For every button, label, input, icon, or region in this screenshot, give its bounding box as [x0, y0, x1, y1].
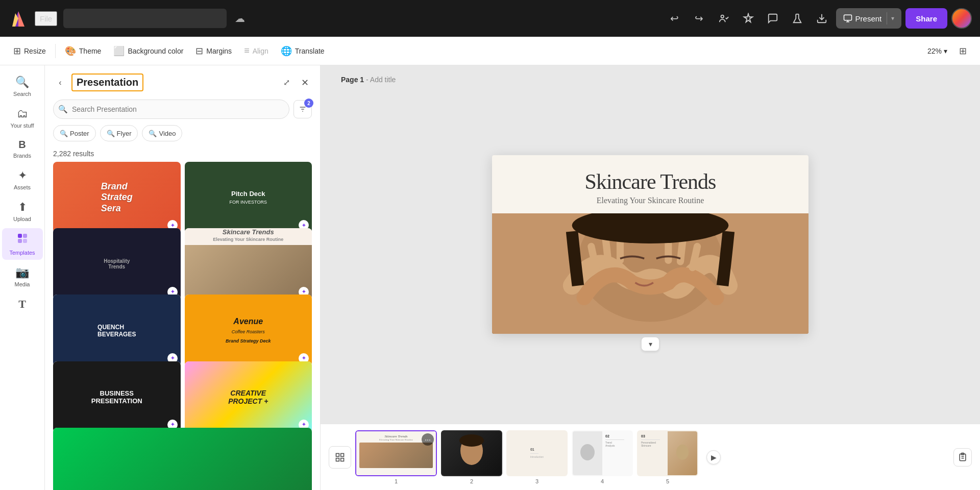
topbar: File ☁ ↩ ↪ Present ▾ Share [0, 0, 980, 37]
cloud-sync-icon[interactable]: ☁ [235, 12, 245, 24]
align-icon: ≡ [244, 45, 250, 56]
template-thumb-8: CREATIVEPROJECT + ✦ [185, 361, 312, 433]
search-bar: 🔍 2 [45, 95, 320, 123]
template-card-6[interactable]: AvenueCoffee RoastersBrand Strategy Deck… [185, 295, 312, 366]
theme-icon: 🎨 [65, 45, 76, 57]
search-icon: 🔍 [15, 76, 29, 89]
slide-title: Skincare Trends [508, 169, 792, 194]
svg-point-2 [721, 15, 724, 18]
align-button[interactable]: ≡ Align [239, 42, 274, 60]
sidebar-item-upload[interactable]: ⬆ Upload [2, 197, 43, 226]
filmstrip-grid-button[interactable] [329, 446, 351, 469]
undo-button[interactable]: ↩ [665, 8, 685, 29]
sidebar-item-text[interactable]: T [2, 293, 43, 317]
your-stuff-icon: 🗂 [17, 107, 28, 120]
quick-filter-flyer[interactable]: 🔍 Flyer [100, 125, 138, 141]
results-count: 2,282 results [45, 148, 320, 162]
topbar-actions: ↩ ↪ Present ▾ Share [665, 8, 972, 29]
background-color-button[interactable]: ⬜ Background color [108, 42, 188, 60]
download-button[interactable] [812, 8, 832, 29]
template-card-7[interactable]: BUSINESSPRESENTATION ✦ [53, 361, 181, 433]
lab-button[interactable] [787, 8, 807, 29]
panel-expand-button[interactable]: ⤢ [279, 76, 293, 90]
slide-container[interactable]: Skincare Trends Elevating Your Skincare … [492, 155, 808, 334]
user-avatar[interactable] [951, 8, 972, 29]
slide-1-more-button[interactable]: ··· [422, 433, 434, 446]
template-thumb-9: Pitch Deck [53, 428, 312, 490]
slide-subtitle: Elevating Your Skincare Routine [508, 196, 792, 205]
toolbar-divider-1 [55, 44, 56, 58]
template-thumb-3: HospitalityTrends ✦ [53, 228, 181, 300]
theme-button[interactable]: 🎨 Theme [60, 42, 107, 60]
comments-button[interactable] [763, 8, 783, 29]
template-card-8[interactable]: CREATIVEPROJECT + ✦ [185, 361, 312, 433]
share-button[interactable]: Share [905, 8, 947, 29]
translate-button[interactable]: 🌐 Translate [276, 42, 330, 60]
template-thumb-1: BrandStrategSera ✦ [53, 162, 181, 233]
template-card-5[interactable]: QUENCHBEVERAGES ✦ [53, 295, 181, 366]
svg-point-24 [580, 444, 595, 460]
media-icon: 📷 [15, 266, 29, 279]
filter-button[interactable]: 2 [293, 100, 312, 118]
present-button[interactable]: Present ▾ [836, 8, 902, 29]
quick-filters: 🔍 Poster 🔍 Flyer 🔍 Video [45, 123, 320, 148]
template-card-4[interactable]: Skincare Trends Elevating Your Skincare … [185, 228, 312, 300]
svg-rect-8 [18, 234, 22, 238]
sidebar-item-assets[interactable]: ✦ Assets [2, 165, 43, 194]
present-dropdown-arrow[interactable]: ▾ [887, 12, 894, 24]
magic-button[interactable] [738, 8, 758, 29]
poster-search-icon: 🔍 [60, 130, 68, 137]
filmstrip-slide-3[interactable]: 01 Introduction [506, 430, 568, 476]
panel-back-button[interactable]: ‹ [53, 76, 67, 90]
file-menu[interactable]: File [35, 11, 57, 26]
fit-screen-button[interactable]: ⊞ [953, 42, 972, 60]
resize-button[interactable]: ⊞ Resize [8, 42, 51, 60]
quick-filter-poster[interactable]: 🔍 Poster [53, 125, 96, 141]
search-input[interactable] [53, 100, 289, 119]
template-card-3[interactable]: HospitalityTrends ✦ [53, 228, 181, 300]
template-card-9[interactable]: Pitch Deck [53, 428, 312, 490]
slide-text-area: Skincare Trends Elevating Your Skincare … [492, 155, 808, 213]
redo-button[interactable]: ↪ [689, 8, 709, 29]
svg-rect-21 [341, 458, 344, 461]
margins-button[interactable]: ⊟ Margins [190, 42, 237, 60]
filmstrip-next-arrow[interactable]: ▶ [706, 450, 721, 464]
background-color-icon: ⬜ [113, 45, 125, 57]
canva-logo[interactable] [8, 8, 29, 29]
filmstrip-slide-1[interactable]: Skincare Trends Elevating Your Skincare … [355, 430, 437, 476]
sidebar-item-your-stuff[interactable]: 🗂 Your stuff [2, 103, 43, 133]
collapse-arrow: ▾ [637, 333, 664, 355]
sidebar-item-search[interactable]: 🔍 Search [2, 71, 43, 101]
template-card-2[interactable]: Pitch DeckFOR INVESTORS ✦ [185, 162, 312, 233]
template-card-1[interactable]: BrandStrategSera ✦ [53, 162, 181, 233]
page-label: Page 1 - Add title [341, 76, 396, 84]
templates-grid: BrandStrategSera ✦ Pitch DeckFOR INVESTO… [45, 162, 320, 490]
filmstrip-slide-2[interactable] [441, 430, 502, 476]
margins-icon: ⊟ [195, 45, 203, 57]
sidebar-item-media[interactable]: 📷 Media [2, 262, 43, 291]
search-input-icon: 🔍 [58, 105, 68, 114]
clipboard-button[interactable] [953, 448, 972, 467]
add-people-button[interactable] [714, 8, 734, 29]
filmstrip-slide-5[interactable]: 03 PersonalizedSkincare [637, 430, 698, 476]
svg-rect-18 [336, 453, 339, 456]
zoom-control[interactable]: 22% ▾ [923, 42, 951, 60]
brands-icon: B [18, 139, 26, 151]
collapse-button[interactable]: ▾ [641, 337, 659, 351]
translate-icon: 🌐 [281, 45, 292, 57]
toolbar: ⊞ Resize 🎨 Theme ⬜ Background color ⊟ Ma… [0, 37, 980, 65]
panel-close-button[interactable]: ✕ [298, 76, 312, 90]
panel-title: Presentation [71, 74, 143, 91]
svg-rect-9 [23, 234, 27, 238]
template-thumb-5: QUENCHBEVERAGES ✦ [53, 295, 181, 366]
filmstrip-slide-4[interactable]: 02 TrendAnalysis [572, 430, 633, 476]
resize-icon: ⊞ [13, 45, 21, 57]
templates-icon [16, 232, 29, 248]
template-thumb-7: BUSINESSPRESENTATION ✦ [53, 361, 181, 433]
sidebar-item-templates[interactable]: Templates [2, 228, 43, 260]
document-title-input[interactable] [63, 9, 227, 28]
slide-image [492, 213, 808, 334]
panel-header: ‹ Presentation ⤢ ✕ [45, 65, 320, 95]
sidebar-item-brands[interactable]: B Brands [2, 135, 43, 163]
quick-filter-video[interactable]: 🔍 Video [142, 125, 182, 141]
